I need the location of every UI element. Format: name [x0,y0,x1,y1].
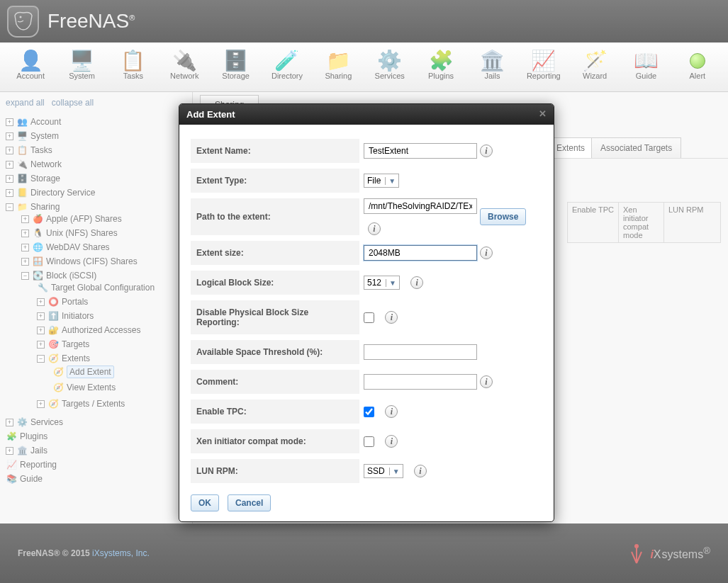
add-extent-dialog: Add Extent ✕ Extent Name: i Extent Type:… [179,103,554,522]
cancel-button[interactable]: Cancel [228,494,271,511]
label-dpbsr: Disable Physical Block Size Reporting: [191,300,359,334]
label-tpc: Enable TPC: [191,400,359,424]
label-lbs: Logical Block Size: [191,271,359,295]
label-xen: Xen initiator compat mode: [191,429,359,453]
info-icon[interactable]: i [385,311,398,324]
info-icon[interactable]: i [368,222,381,235]
label-path: Path to the extent: [191,198,359,235]
dialog-title: Add Extent ✕ [179,104,554,125]
info-icon[interactable]: i [414,465,427,477]
path-input[interactable] [364,198,477,214]
dialog-close-icon[interactable]: ✕ [537,108,548,120]
label-rpm: LUN RPM: [191,459,359,483]
label-extent-type: Extent Type: [191,169,359,193]
xen-checkbox[interactable] [364,436,374,447]
comment-input[interactable] [364,374,477,390]
rpm-select[interactable]: SSD▼ [364,464,403,478]
tpc-checkbox[interactable] [364,407,374,417]
label-comment: Comment: [191,370,359,394]
ok-button[interactable]: OK [191,494,219,511]
info-icon[interactable]: i [410,276,423,289]
browse-button[interactable]: Browse [480,208,526,225]
extent-type-select[interactable]: File▼ [364,174,399,188]
dpbsr-checkbox[interactable] [364,312,374,323]
extent-size-input[interactable] [364,245,477,261]
extent-name-input[interactable] [364,143,477,159]
info-icon[interactable]: i [385,405,398,418]
threshold-input[interactable] [364,344,477,360]
label-threshold: Available Space Threshold (%): [191,340,359,364]
info-icon[interactable]: i [480,247,493,259]
lbs-select[interactable]: 512▼ [364,276,400,290]
label-extent-name: Extent Name: [191,139,359,163]
info-icon[interactable]: i [385,435,398,448]
info-icon[interactable]: i [480,375,493,388]
info-icon[interactable]: i [480,145,493,157]
label-extent-size: Extent size: [191,241,359,265]
